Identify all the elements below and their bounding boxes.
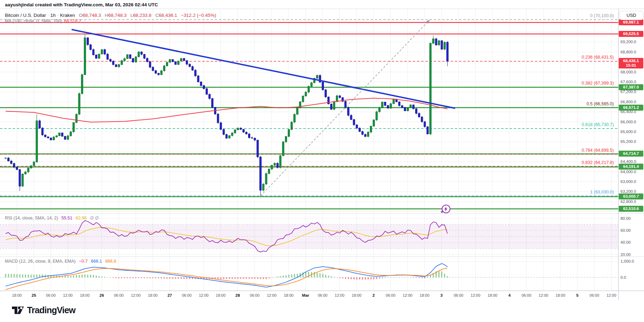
price-tick: 67,200.0: [620, 90, 636, 94]
time-label-hour: 18:00: [148, 293, 158, 297]
price-level-badge: 62,510.6: [619, 206, 643, 212]
support-resistance-lines[interactable]: [0, 20, 618, 209]
fib-level-label: 0.236 (68,431.5): [582, 55, 614, 60]
time-label-day: Mar: [302, 293, 309, 297]
rsi-tick: 20.00: [620, 252, 631, 257]
macd-value: 666.1: [91, 259, 102, 264]
time-label-hour: 12:00: [199, 293, 209, 297]
time-label-hour: 06:00: [454, 293, 464, 297]
rsi-legend-row[interactable]: RSI (14, close, SMA, 14, 2) 55.51 62.96 …: [5, 215, 99, 221]
ma-legend-row[interactable]: MA (100, close, 0, SMA, 100)66,518.2: [5, 19, 81, 24]
time-label-day: 25: [32, 293, 36, 297]
fib-level-label: 0.618 (65,730.7): [582, 122, 614, 127]
symbol-name[interactable]: Bitcoin / U.S. Dollar: [5, 13, 46, 18]
macd-legend-row[interactable]: MACD (12, 26, close, 9, EMA, EMA) −0.7 6…: [5, 259, 116, 264]
fib-level-label: 1 (63,030.0): [590, 190, 614, 195]
time-label-hour: 18:00: [12, 293, 22, 297]
lightning-feature-icon[interactable]: [440, 204, 452, 215]
time-label-hour: 06:00: [522, 293, 531, 297]
rsi-tick: 80.00: [620, 216, 631, 221]
price-tick: 67,600.0: [620, 80, 636, 84]
time-label-day: 26: [100, 293, 104, 297]
time-label-hour: 06:00: [590, 293, 599, 297]
ma-legend-value: 66,518.2: [64, 19, 81, 24]
price-tick: 63,200.0: [620, 189, 636, 193]
tradingview-logo-icon: [12, 306, 24, 314]
time-label-hour: 18:00: [556, 293, 565, 297]
current-price-badge: 68,436.115:01: [619, 58, 643, 68]
time-label-day: 28: [235, 293, 240, 297]
price-tick: 66,000.0: [620, 120, 636, 124]
tradingview-chart-window: aayushjindal created with TradingView.co…: [0, 0, 644, 322]
price-tick: 62,800.0: [620, 199, 636, 204]
separator-dot: ·: [47, 13, 49, 18]
price-tick: 66,800.0: [620, 100, 636, 104]
chart-canvas[interactable]: [0, 0, 644, 322]
descending-trendline[interactable]: [72, 29, 454, 108]
low-label: L: [131, 13, 133, 18]
price-tick: 63,600.0: [620, 179, 636, 184]
fib-level-label: 0.5 (66,565.0): [586, 101, 614, 106]
time-label-hour: 18:00: [487, 293, 497, 297]
rsi-tick: 60.00: [620, 228, 631, 232]
rsi-ma-value: 62.96: [76, 216, 87, 221]
rsi-band: [0, 224, 618, 277]
time-label-hour: 12:00: [63, 293, 73, 297]
macd-hist-value: −0.7: [79, 259, 88, 264]
time-label-day: 2: [372, 293, 374, 297]
time-label-hour: 06:00: [46, 293, 56, 297]
time-label-day: 4: [508, 293, 510, 297]
close-value: 68,436.1: [159, 13, 177, 18]
currency-selector-button[interactable]: USD: [619, 11, 643, 20]
price-level-badge: 67,387.0: [619, 84, 643, 90]
fib-level-label: 0.832 (64,217.8): [582, 160, 614, 165]
time-label-hour: 12:00: [471, 293, 480, 297]
time-label-hour: 06:00: [318, 293, 327, 297]
high-value: 68,748.3: [108, 13, 127, 18]
time-label-hour: 12:00: [539, 293, 549, 297]
rsi-value: 55.51: [61, 216, 72, 221]
open-label: O: [79, 13, 83, 18]
exchange-label[interactable]: Kraken: [60, 13, 75, 18]
macd-signal-value: 666.8: [105, 259, 116, 264]
time-label-hour: 18:00: [80, 293, 90, 297]
time-label-hour: 12:00: [606, 293, 616, 297]
symbol-info-row[interactable]: Bitcoin / U.S. Dollar·1h·Kraken O68,748.…: [5, 13, 216, 18]
time-label-hour: 06:00: [250, 293, 260, 297]
time-label-hour: 12:00: [267, 293, 277, 297]
time-label-hour: 06:00: [386, 293, 396, 297]
interval-label[interactable]: 1h: [51, 13, 56, 18]
open-value: 68,748.3: [82, 13, 101, 18]
attribution-text: aayushjindal created with TradingView.co…: [5, 2, 158, 7]
time-label-hour: 12:00: [335, 293, 345, 297]
tradingview-logo[interactable]: TradingView: [12, 305, 75, 315]
price-tick: 65,200.0: [620, 139, 636, 144]
price-level-badge: 66,571.2: [619, 105, 643, 111]
fib-level-label: 0.382 (67,399.3): [582, 81, 614, 86]
fib-level-label: 0.764 (64,698.5): [582, 148, 614, 153]
macd-tick: 1,000.0: [620, 259, 634, 263]
rsi-empty-values: ∅ ∅: [90, 216, 99, 221]
high-label: H: [105, 13, 108, 18]
price-level-badge: 69,987.1: [619, 19, 643, 25]
time-label-hour: 18:00: [352, 293, 361, 297]
time-label-hour: 18:00: [216, 293, 226, 297]
price-level-badge: 63,000.7: [619, 193, 643, 199]
time-axis[interactable]: 18:002506:0012:0018:002606:0012:0018:002…: [0, 291, 644, 300]
rsi-legend-label: RSI (14, close, SMA, 14, 2): [5, 216, 58, 221]
time-label-hour: 18:00: [284, 293, 294, 297]
time-label-hour: 06:00: [114, 293, 124, 297]
price-level-badge: 64,191.4: [619, 164, 643, 170]
price-level-badge: 69,525.5: [619, 31, 643, 37]
time-label-day: 3: [440, 293, 443, 297]
price-tick: 65,600.0: [620, 130, 636, 134]
price-tick: 64,400.0: [620, 159, 636, 164]
macd-legend-label: MACD (12, 26, close, 9, EMA, EMA): [5, 259, 75, 264]
price-tick: 69,200.0: [620, 40, 636, 44]
time-label-day: 27: [167, 293, 172, 297]
price-tick: 68,800.0: [620, 50, 636, 54]
fib-level-label: 0 (70,100.0): [590, 13, 614, 18]
separator-dot: ·: [57, 13, 59, 18]
ma-legend-label: MA (100, close, 0, SMA, 100): [5, 19, 62, 24]
close-label: C: [155, 13, 159, 18]
